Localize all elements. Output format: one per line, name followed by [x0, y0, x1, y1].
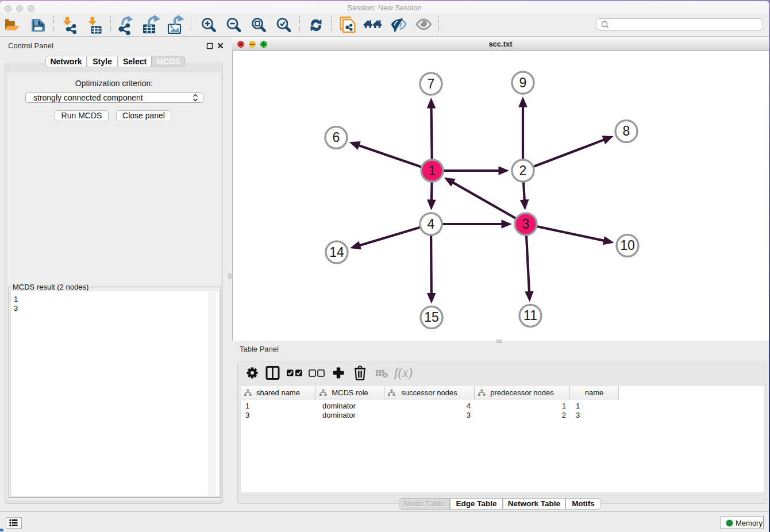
svg-text:4: 4	[428, 217, 435, 232]
svg-text:1: 1	[429, 163, 436, 178]
svg-text:14: 14	[329, 245, 344, 260]
svg-text:3: 3	[522, 217, 530, 232]
svg-text:6: 6	[333, 130, 340, 145]
svg-text:10: 10	[620, 238, 635, 253]
svg-text:9: 9	[519, 75, 527, 90]
svg-text:7: 7	[428, 76, 435, 91]
svg-text:f(x): f(x)	[394, 365, 413, 380]
svg-text:15: 15	[424, 310, 439, 325]
svg-text:2: 2	[519, 163, 527, 178]
svg-text:8: 8	[623, 124, 630, 138]
svg-text:11: 11	[523, 308, 537, 323]
